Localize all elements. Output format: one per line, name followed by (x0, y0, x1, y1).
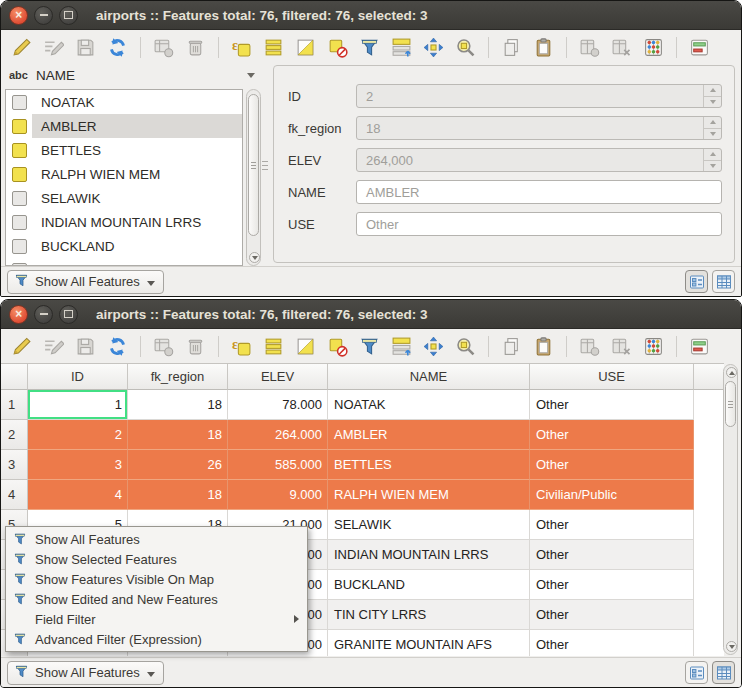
feature-list-item[interactable]: TIN CITY LRRS (6, 258, 242, 266)
selected-feature-swatch-icon[interactable] (12, 167, 27, 182)
table-cell[interactable]: 585.000 (228, 450, 328, 480)
selected-feature-swatch-icon[interactable] (12, 143, 27, 158)
scroll-down-button[interactable] (249, 252, 260, 263)
table-row[interactable]: 111878.000NOATAKOther (1, 390, 724, 420)
scrollbar-thumb[interactable] (725, 381, 736, 427)
scroll-down-button[interactable] (726, 641, 737, 652)
table-cell[interactable]: BUCKLAND (328, 570, 530, 600)
conditional-formatting-icon[interactable] (688, 36, 711, 59)
column-header-fk_region[interactable]: fk_region (128, 364, 228, 390)
table-cell[interactable]: RALPH WIEN MEM (328, 480, 530, 510)
table-cell[interactable]: Other (530, 390, 694, 420)
form-view-button[interactable] (685, 270, 708, 293)
table-cell[interactable]: 18 (128, 420, 228, 450)
table-cell[interactable]: 264.000 (228, 420, 328, 450)
table-row[interactable]: 44189.000RALPH WIEN MEMCivilian/Public (1, 480, 724, 510)
feature-list-item[interactable]: INDIAN MOUNTAIN LRRS (6, 210, 242, 234)
use-field[interactable]: Other (356, 212, 722, 236)
table-scrollbar[interactable] (723, 364, 738, 655)
zoom-to-selection-icon[interactable] (454, 36, 477, 59)
menu-item[interactable]: Show Selected Features (6, 549, 307, 569)
table-cell[interactable]: 9.000 (228, 480, 328, 510)
titlebar[interactable]: × airports :: Features total: 76, filter… (1, 1, 741, 30)
close-button[interactable]: × (9, 305, 28, 324)
table-cell[interactable]: Other (530, 540, 694, 570)
deselect-all-icon[interactable] (326, 36, 349, 59)
table-view-button[interactable] (712, 661, 735, 684)
move-selection-to-top-icon[interactable] (390, 36, 413, 59)
menu-item[interactable]: Field Filter (6, 609, 307, 629)
select-all-icon[interactable] (262, 36, 285, 59)
paste-icon[interactable] (532, 335, 555, 358)
filter-funnel-icon[interactable] (358, 335, 381, 358)
table-cell[interactable]: 18 (128, 480, 228, 510)
feature-swatch-icon[interactable] (12, 191, 27, 206)
table-cell[interactable]: Other (530, 420, 694, 450)
selected-feature-swatch-icon[interactable] (12, 119, 27, 134)
select-all-icon[interactable] (262, 335, 285, 358)
table-row[interactable]: 3326585.000BETTLESOther (1, 450, 724, 480)
row-number-cell[interactable]: 4 (1, 480, 28, 510)
menu-item[interactable]: Advanced Filter (Expression) (6, 629, 307, 649)
scroll-up-button[interactable] (726, 367, 737, 378)
feature-list-item[interactable]: SELAWIK (6, 186, 242, 210)
filter-funnel-icon[interactable] (358, 36, 381, 59)
zoom-to-selection-icon[interactable] (454, 335, 477, 358)
table-cell[interactable]: 1 (28, 390, 128, 420)
table-cell[interactable]: Other (530, 510, 694, 540)
table-cell[interactable]: AMBLER (328, 420, 530, 450)
table-cell[interactable]: NOATAK (328, 390, 530, 420)
chevron-down-icon[interactable] (247, 73, 255, 78)
form-view-button[interactable] (685, 661, 708, 684)
table-cell[interactable]: 18 (128, 390, 228, 420)
feature-list-item[interactable]: BETTLES (6, 138, 242, 162)
toggle-editing-icon[interactable] (10, 36, 33, 59)
feature-swatch-icon[interactable] (12, 239, 27, 254)
feature-filter-button[interactable]: Show All Features (7, 270, 164, 294)
scrollbar-thumb[interactable] (248, 94, 259, 236)
table-cell[interactable]: 4 (28, 480, 128, 510)
column-header-use[interactable]: USE (530, 364, 694, 390)
table-row[interactable]: 2218264.000AMBLEROther (1, 420, 724, 450)
pan-to-selection-icon[interactable] (422, 335, 445, 358)
copy-icon[interactable] (500, 36, 523, 59)
table-cell[interactable]: SELAWIK (328, 510, 530, 540)
table-cell[interactable]: 3 (28, 450, 128, 480)
row-number-cell[interactable]: 3 (1, 450, 28, 480)
maximize-button[interactable] (59, 305, 78, 324)
deselect-all-icon[interactable] (326, 335, 349, 358)
table-cell[interactable]: TIN CITY LRRS (328, 600, 530, 630)
paste-icon[interactable] (532, 36, 555, 59)
titlebar[interactable]: × airports :: Features total: 76, filter… (1, 300, 741, 329)
column-header-elev[interactable]: ELEV (228, 364, 328, 390)
copy-icon[interactable] (500, 335, 523, 358)
invert-selection-icon[interactable] (294, 36, 317, 59)
menu-item[interactable]: Show All Features (6, 529, 307, 549)
table-cell[interactable]: INDIAN MOUNTAIN LRRS (328, 540, 530, 570)
table-cell[interactable]: 78.000 (228, 390, 328, 420)
feature-list-scrollbar[interactable] (246, 89, 261, 266)
feature-list-item[interactable]: RALPH WIEN MEM (6, 162, 242, 186)
minimize-button[interactable] (34, 6, 53, 25)
table-cell[interactable]: BETTLES (328, 450, 530, 480)
select-by-expression-icon[interactable]: ε (230, 36, 253, 59)
pan-to-selection-icon[interactable] (422, 36, 445, 59)
table-cell[interactable]: 26 (128, 450, 228, 480)
feature-list-item[interactable]: AMBLER (6, 114, 242, 138)
table-cell[interactable]: Other (530, 600, 694, 630)
conditional-formatting-icon[interactable] (688, 335, 711, 358)
corner-header-cell[interactable] (1, 364, 28, 390)
toggle-editing-icon[interactable] (10, 335, 33, 358)
feature-swatch-icon[interactable] (12, 95, 27, 110)
name-field[interactable]: AMBLER (356, 180, 722, 204)
column-header-id[interactable]: ID (28, 364, 128, 390)
row-number-cell[interactable]: 1 (1, 390, 28, 420)
menu-item[interactable]: Show Features Visible On Map (6, 569, 307, 589)
select-by-expression-icon[interactable]: ε (230, 335, 253, 358)
table-cell[interactable]: Other (530, 630, 694, 656)
feature-filter-button[interactable]: Show All Features (7, 661, 164, 685)
table-cell[interactable]: 2 (28, 420, 128, 450)
close-button[interactable]: × (9, 6, 28, 25)
row-number-cell[interactable]: 2 (1, 420, 28, 450)
reload-icon[interactable] (106, 36, 129, 59)
